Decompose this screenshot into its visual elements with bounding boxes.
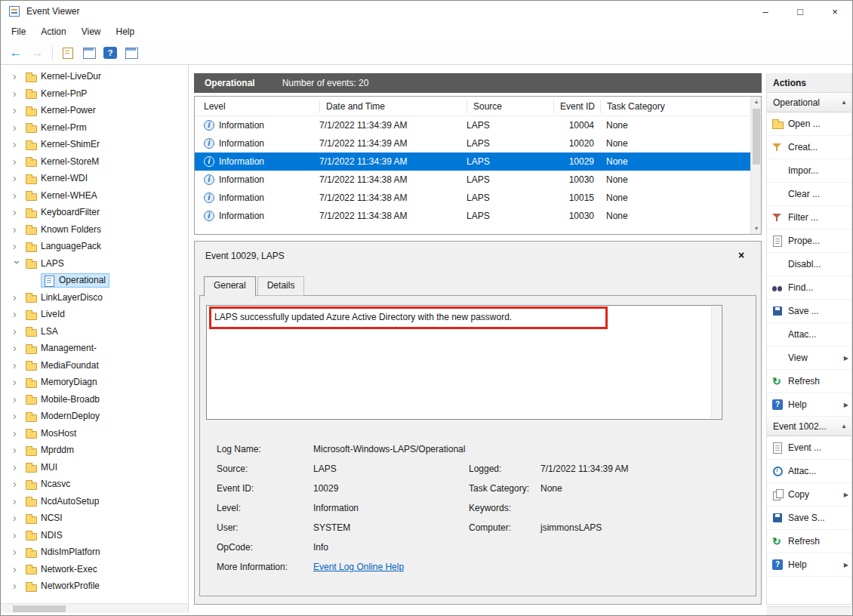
- expander-chevron-icon[interactable]: ›: [13, 377, 23, 387]
- action-item[interactable]: Attac...: [767, 323, 851, 346]
- expander-chevron-icon[interactable]: ›: [13, 190, 23, 201]
- tree-item[interactable]: › NcdAutoSetup: [1, 493, 188, 510]
- menu-item[interactable]: Help: [109, 23, 143, 40]
- tree-item[interactable]: › NDIS: [1, 527, 188, 544]
- expander-chevron-icon[interactable]: ›: [13, 547, 23, 557]
- tree-item[interactable]: › Known Folders: [1, 221, 188, 239]
- actions-section-operational[interactable]: Operational ▲: [767, 93, 851, 112]
- expander-chevron-icon[interactable]: ›: [13, 360, 23, 371]
- tree-item[interactable]: › MUI: [1, 459, 188, 476]
- tree-item[interactable]: › Kernel-Power: [1, 102, 188, 119]
- forward-arrow-icon[interactable]: →: [28, 44, 46, 62]
- action-item[interactable]: Save S...: [767, 507, 851, 530]
- expander-chevron-icon[interactable]: ›: [13, 326, 23, 337]
- tree-item[interactable]: › MemoryDiagn: [1, 374, 188, 391]
- expander-chevron-icon[interactable]: ›: [13, 530, 23, 541]
- tree-item[interactable]: › LiveId: [1, 306, 188, 323]
- expander-chevron-icon[interactable]: ›: [13, 445, 23, 455]
- menu-item[interactable]: File: [4, 23, 33, 40]
- column-header[interactable]: Level: [195, 100, 319, 113]
- expander-chevron-icon[interactable]: ›: [13, 122, 23, 133]
- expander-chevron-icon[interactable]: ›: [13, 207, 23, 217]
- event-row[interactable]: Information 7/1/2022 11:34:38 AM LAPS 10…: [195, 189, 750, 207]
- tree-item[interactable]: › Mprddm: [1, 442, 188, 459]
- column-header[interactable]: Event ID: [553, 100, 600, 113]
- action-item[interactable]: Filter ...: [767, 206, 851, 229]
- maximize-button[interactable]: □: [783, 1, 818, 22]
- tree-item[interactable]: › Network-Exec: [1, 561, 188, 578]
- tree-item[interactable]: › Kernel-Prm: [1, 119, 188, 137]
- event-log-online-help-link[interactable]: Event Log Online Help: [313, 562, 404, 572]
- action-item[interactable]: Attac...: [767, 460, 851, 483]
- export-list-icon[interactable]: [59, 44, 77, 62]
- expander-chevron-icon[interactable]: ›: [13, 462, 23, 473]
- event-row[interactable]: Information 7/1/2022 11:34:39 AM LAPS 10…: [195, 116, 750, 134]
- expander-chevron-icon[interactable]: ›: [13, 71, 23, 82]
- horizontal-scrollbar[interactable]: [1, 603, 188, 613]
- minimize-button[interactable]: –: [748, 1, 783, 22]
- collapse-icon[interactable]: ▲: [841, 99, 847, 106]
- action-item[interactable]: Refresh: [767, 370, 851, 393]
- expander-chevron-icon[interactable]: ›: [13, 156, 23, 167]
- close-button[interactable]: ×: [818, 1, 852, 22]
- action-pane-toggle-icon[interactable]: [122, 44, 140, 62]
- scrollbar-thumb[interactable]: [13, 605, 66, 612]
- tab-details[interactable]: Details: [257, 276, 305, 296]
- tree-item[interactable]: › NCSI: [1, 510, 188, 527]
- tree-item[interactable]: › Management-: [1, 340, 188, 357]
- tree-item[interactable]: › KeyboardFilter: [1, 204, 188, 221]
- expander-chevron-icon[interactable]: ›: [13, 105, 23, 116]
- expander-chevron-icon[interactable]: ›: [13, 411, 23, 421]
- tree-item[interactable]: › Kernel-LiveDur: [1, 68, 188, 85]
- vertical-scrollbar[interactable]: ▴ ▾: [750, 97, 761, 234]
- expander-chevron-icon[interactable]: ›: [13, 241, 23, 251]
- tree-item[interactable]: › NetworkProfile: [1, 578, 188, 595]
- action-item[interactable]: Save ...: [767, 300, 851, 323]
- event-row[interactable]: Information 7/1/2022 11:34:38 AM LAPS 10…: [195, 207, 750, 225]
- expander-chevron-icon[interactable]: ›: [13, 343, 23, 353]
- action-item[interactable]: View ▶: [767, 346, 851, 370]
- actions-section-event[interactable]: Event 1002... ▲: [767, 417, 851, 436]
- expander-chevron-icon[interactable]: ›: [13, 292, 23, 303]
- expander-chevron-icon[interactable]: ›: [13, 88, 23, 99]
- expander-chevron-icon[interactable]: ›: [13, 224, 23, 235]
- event-row[interactable]: Information 7/1/2022 11:34:39 AM LAPS 10…: [195, 152, 750, 171]
- tree-item[interactable]: › Kernel-WHEA: [1, 187, 188, 205]
- tree-item[interactable]: › LanguagePack: [1, 238, 188, 255]
- column-header[interactable]: Date and Time: [319, 100, 467, 113]
- expander-chevron-icon[interactable]: ›: [13, 394, 23, 405]
- scrollbar-thumb[interactable]: [753, 109, 760, 165]
- scroll-up-icon[interactable]: ▴: [751, 97, 762, 107]
- action-item[interactable]: Prope...: [767, 229, 851, 253]
- action-item[interactable]: Help ▶: [767, 393, 851, 417]
- console-tree-toggle-icon[interactable]: [80, 44, 98, 62]
- expander-chevron-icon[interactable]: ›: [13, 513, 23, 523]
- tab-general[interactable]: General: [204, 276, 256, 297]
- expander-chevron-icon[interactable]: ›: [13, 581, 23, 591]
- action-item[interactable]: Clear ...: [767, 183, 851, 206]
- close-preview-icon[interactable]: ×: [734, 248, 749, 263]
- expander-chevron-icon[interactable]: ›: [13, 173, 23, 183]
- tree-item[interactable]: › MosHost: [1, 425, 188, 442]
- tree-item[interactable]: › MediaFoundat: [1, 357, 188, 374]
- event-row[interactable]: Information 7/1/2022 11:34:38 AM LAPS 10…: [195, 171, 750, 189]
- action-item[interactable]: Impor...: [767, 159, 851, 183]
- scroll-down-icon[interactable]: ▾: [751, 223, 762, 234]
- menu-item[interactable]: View: [74, 23, 109, 40]
- tree-item[interactable]: › Kernel-WDI: [1, 170, 188, 187]
- actions-horizontal-scrollbar[interactable]: [766, 606, 852, 615]
- expander-chevron-icon[interactable]: ›: [13, 479, 23, 489]
- tree-item[interactable]: › Kernel-PnP: [1, 85, 188, 103]
- column-header[interactable]: Task Category: [600, 100, 750, 113]
- help-icon[interactable]: ?: [101, 44, 119, 62]
- action-item[interactable]: Disabl...: [767, 253, 851, 276]
- action-item[interactable]: Open ...: [767, 112, 851, 136]
- tree-item[interactable]: › NdisImPlatforn: [1, 544, 188, 561]
- action-item[interactable]: Find...: [767, 276, 851, 300]
- message-scrollbar[interactable]: [711, 306, 721, 418]
- tree-item[interactable]: › LAPS: [1, 255, 188, 273]
- tree-item[interactable]: › ModernDeploy: [1, 408, 188, 425]
- expander-chevron-icon[interactable]: ›: [13, 564, 23, 574]
- action-item[interactable]: Refresh: [767, 530, 851, 553]
- action-item[interactable]: Event ...: [767, 436, 851, 460]
